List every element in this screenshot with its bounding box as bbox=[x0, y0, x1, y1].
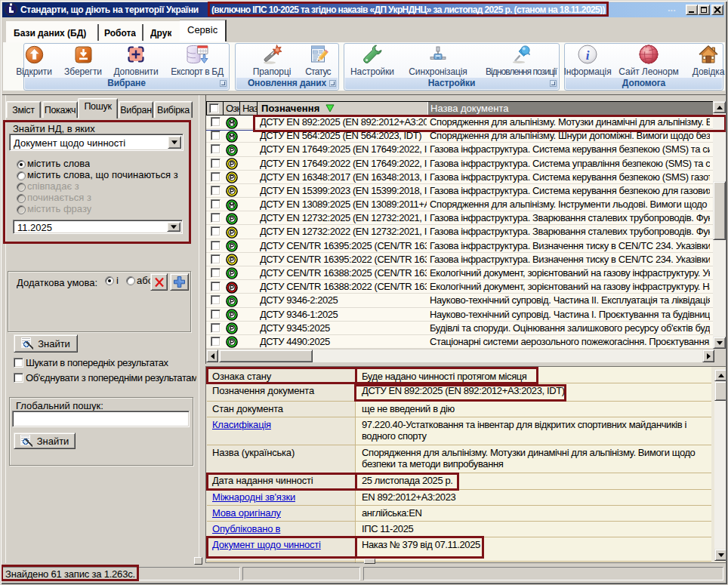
svg-text:i: i bbox=[586, 48, 590, 63]
